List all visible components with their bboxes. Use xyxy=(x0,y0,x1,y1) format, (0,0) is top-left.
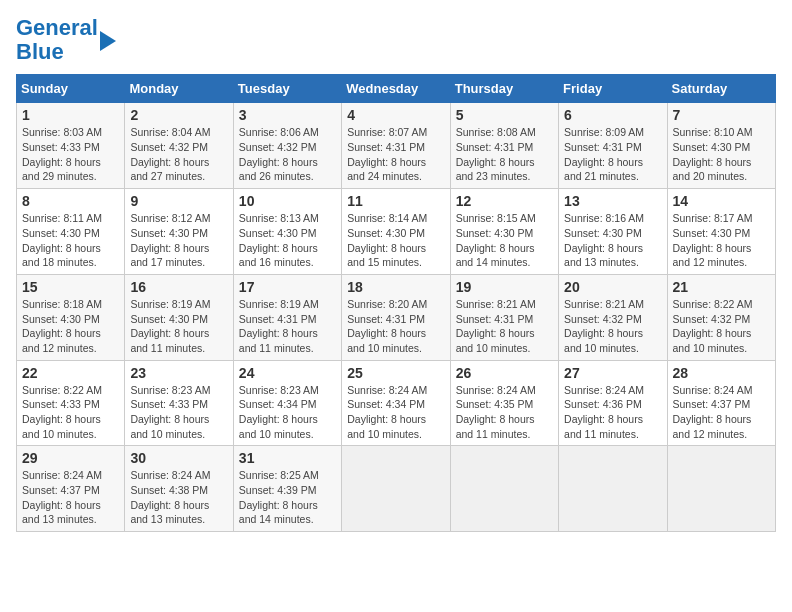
header-saturday: Saturday xyxy=(667,75,775,103)
day-number: 24 xyxy=(239,365,336,381)
day-number: 9 xyxy=(130,193,227,209)
day-number: 15 xyxy=(22,279,119,295)
calendar-cell: 2Sunrise: 8:04 AMSunset: 4:32 PMDaylight… xyxy=(125,103,233,189)
day-number: 7 xyxy=(673,107,770,123)
day-number: 4 xyxy=(347,107,444,123)
calendar-week-4: 29Sunrise: 8:24 AMSunset: 4:37 PMDayligh… xyxy=(17,446,776,532)
day-info: Sunrise: 8:08 AMSunset: 4:31 PMDaylight:… xyxy=(456,125,553,184)
day-number: 26 xyxy=(456,365,553,381)
calendar-cell: 8Sunrise: 8:11 AMSunset: 4:30 PMDaylight… xyxy=(17,189,125,275)
calendar-cell: 6Sunrise: 8:09 AMSunset: 4:31 PMDaylight… xyxy=(559,103,667,189)
calendar-cell: 1Sunrise: 8:03 AMSunset: 4:33 PMDaylight… xyxy=(17,103,125,189)
day-number: 6 xyxy=(564,107,661,123)
day-number: 2 xyxy=(130,107,227,123)
calendar-cell: 11Sunrise: 8:14 AMSunset: 4:30 PMDayligh… xyxy=(342,189,450,275)
calendar-cell: 3Sunrise: 8:06 AMSunset: 4:32 PMDaylight… xyxy=(233,103,341,189)
day-number: 21 xyxy=(673,279,770,295)
day-number: 13 xyxy=(564,193,661,209)
day-number: 22 xyxy=(22,365,119,381)
logo-arrow-icon xyxy=(100,31,116,51)
header-thursday: Thursday xyxy=(450,75,558,103)
day-info: Sunrise: 8:14 AMSunset: 4:30 PMDaylight:… xyxy=(347,211,444,270)
day-number: 12 xyxy=(456,193,553,209)
day-number: 28 xyxy=(673,365,770,381)
day-info: Sunrise: 8:13 AMSunset: 4:30 PMDaylight:… xyxy=(239,211,336,270)
day-number: 11 xyxy=(347,193,444,209)
calendar-cell: 26Sunrise: 8:24 AMSunset: 4:35 PMDayligh… xyxy=(450,360,558,446)
day-info: Sunrise: 8:24 AMSunset: 4:37 PMDaylight:… xyxy=(22,468,119,527)
calendar-week-1: 8Sunrise: 8:11 AMSunset: 4:30 PMDaylight… xyxy=(17,189,776,275)
calendar-cell: 9Sunrise: 8:12 AMSunset: 4:30 PMDaylight… xyxy=(125,189,233,275)
day-info: Sunrise: 8:21 AMSunset: 4:31 PMDaylight:… xyxy=(456,297,553,356)
day-number: 14 xyxy=(673,193,770,209)
calendar-week-3: 22Sunrise: 8:22 AMSunset: 4:33 PMDayligh… xyxy=(17,360,776,446)
day-number: 10 xyxy=(239,193,336,209)
day-number: 19 xyxy=(456,279,553,295)
day-info: Sunrise: 8:16 AMSunset: 4:30 PMDaylight:… xyxy=(564,211,661,270)
day-info: Sunrise: 8:15 AMSunset: 4:30 PMDaylight:… xyxy=(456,211,553,270)
calendar-cell: 25Sunrise: 8:24 AMSunset: 4:34 PMDayligh… xyxy=(342,360,450,446)
calendar-cell: 16Sunrise: 8:19 AMSunset: 4:30 PMDayligh… xyxy=(125,274,233,360)
calendar-cell: 29Sunrise: 8:24 AMSunset: 4:37 PMDayligh… xyxy=(17,446,125,532)
day-info: Sunrise: 8:03 AMSunset: 4:33 PMDaylight:… xyxy=(22,125,119,184)
day-number: 29 xyxy=(22,450,119,466)
header-wednesday: Wednesday xyxy=(342,75,450,103)
logo-text: GeneralBlue xyxy=(16,16,98,64)
header-sunday: Sunday xyxy=(17,75,125,103)
calendar-cell: 27Sunrise: 8:24 AMSunset: 4:36 PMDayligh… xyxy=(559,360,667,446)
page-header: GeneralBlue xyxy=(16,16,776,64)
calendar-cell: 24Sunrise: 8:23 AMSunset: 4:34 PMDayligh… xyxy=(233,360,341,446)
day-number: 1 xyxy=(22,107,119,123)
day-info: Sunrise: 8:25 AMSunset: 4:39 PMDaylight:… xyxy=(239,468,336,527)
calendar-cell: 17Sunrise: 8:19 AMSunset: 4:31 PMDayligh… xyxy=(233,274,341,360)
calendar-cell: 7Sunrise: 8:10 AMSunset: 4:30 PMDaylight… xyxy=(667,103,775,189)
day-number: 27 xyxy=(564,365,661,381)
day-number: 3 xyxy=(239,107,336,123)
day-info: Sunrise: 8:07 AMSunset: 4:31 PMDaylight:… xyxy=(347,125,444,184)
calendar-cell: 10Sunrise: 8:13 AMSunset: 4:30 PMDayligh… xyxy=(233,189,341,275)
day-number: 16 xyxy=(130,279,227,295)
calendar-cell: 18Sunrise: 8:20 AMSunset: 4:31 PMDayligh… xyxy=(342,274,450,360)
calendar-cell xyxy=(450,446,558,532)
calendar-cell: 15Sunrise: 8:18 AMSunset: 4:30 PMDayligh… xyxy=(17,274,125,360)
calendar-cell: 23Sunrise: 8:23 AMSunset: 4:33 PMDayligh… xyxy=(125,360,233,446)
header-monday: Monday xyxy=(125,75,233,103)
calendar-cell: 12Sunrise: 8:15 AMSunset: 4:30 PMDayligh… xyxy=(450,189,558,275)
day-info: Sunrise: 8:23 AMSunset: 4:33 PMDaylight:… xyxy=(130,383,227,442)
day-info: Sunrise: 8:19 AMSunset: 4:31 PMDaylight:… xyxy=(239,297,336,356)
day-number: 18 xyxy=(347,279,444,295)
day-info: Sunrise: 8:12 AMSunset: 4:30 PMDaylight:… xyxy=(130,211,227,270)
calendar-cell xyxy=(342,446,450,532)
calendar-cell: 20Sunrise: 8:21 AMSunset: 4:32 PMDayligh… xyxy=(559,274,667,360)
day-info: Sunrise: 8:11 AMSunset: 4:30 PMDaylight:… xyxy=(22,211,119,270)
calendar-week-2: 15Sunrise: 8:18 AMSunset: 4:30 PMDayligh… xyxy=(17,274,776,360)
calendar-cell: 14Sunrise: 8:17 AMSunset: 4:30 PMDayligh… xyxy=(667,189,775,275)
day-info: Sunrise: 8:10 AMSunset: 4:30 PMDaylight:… xyxy=(673,125,770,184)
day-info: Sunrise: 8:22 AMSunset: 4:32 PMDaylight:… xyxy=(673,297,770,356)
calendar-cell: 13Sunrise: 8:16 AMSunset: 4:30 PMDayligh… xyxy=(559,189,667,275)
day-info: Sunrise: 8:24 AMSunset: 4:34 PMDaylight:… xyxy=(347,383,444,442)
days-header-row: SundayMondayTuesdayWednesdayThursdayFrid… xyxy=(17,75,776,103)
calendar-cell: 19Sunrise: 8:21 AMSunset: 4:31 PMDayligh… xyxy=(450,274,558,360)
day-info: Sunrise: 8:19 AMSunset: 4:30 PMDaylight:… xyxy=(130,297,227,356)
calendar-cell: 28Sunrise: 8:24 AMSunset: 4:37 PMDayligh… xyxy=(667,360,775,446)
day-info: Sunrise: 8:24 AMSunset: 4:36 PMDaylight:… xyxy=(564,383,661,442)
day-info: Sunrise: 8:18 AMSunset: 4:30 PMDaylight:… xyxy=(22,297,119,356)
day-info: Sunrise: 8:21 AMSunset: 4:32 PMDaylight:… xyxy=(564,297,661,356)
calendar-cell: 31Sunrise: 8:25 AMSunset: 4:39 PMDayligh… xyxy=(233,446,341,532)
day-info: Sunrise: 8:22 AMSunset: 4:33 PMDaylight:… xyxy=(22,383,119,442)
day-number: 30 xyxy=(130,450,227,466)
day-info: Sunrise: 8:04 AMSunset: 4:32 PMDaylight:… xyxy=(130,125,227,184)
day-number: 31 xyxy=(239,450,336,466)
day-info: Sunrise: 8:24 AMSunset: 4:35 PMDaylight:… xyxy=(456,383,553,442)
calendar-cell: 5Sunrise: 8:08 AMSunset: 4:31 PMDaylight… xyxy=(450,103,558,189)
calendar-table: SundayMondayTuesdayWednesdayThursdayFrid… xyxy=(16,74,776,532)
day-number: 20 xyxy=(564,279,661,295)
header-tuesday: Tuesday xyxy=(233,75,341,103)
day-number: 23 xyxy=(130,365,227,381)
calendar-cell: 30Sunrise: 8:24 AMSunset: 4:38 PMDayligh… xyxy=(125,446,233,532)
calendar-cell: 21Sunrise: 8:22 AMSunset: 4:32 PMDayligh… xyxy=(667,274,775,360)
day-number: 25 xyxy=(347,365,444,381)
calendar-cell: 22Sunrise: 8:22 AMSunset: 4:33 PMDayligh… xyxy=(17,360,125,446)
calendar-week-0: 1Sunrise: 8:03 AMSunset: 4:33 PMDaylight… xyxy=(17,103,776,189)
